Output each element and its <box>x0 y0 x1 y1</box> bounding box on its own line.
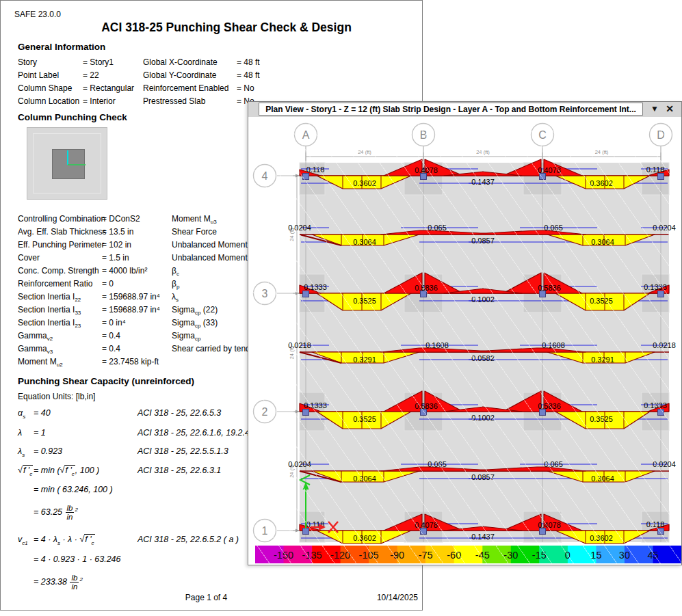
property-value: = 13.5 in <box>102 226 172 239</box>
page-number: Page 1 of 4 <box>146 593 266 602</box>
legend-value-label: -90 <box>390 550 404 561</box>
support-node <box>658 174 664 180</box>
rebar-intensity-value: 0.0204 <box>653 460 676 468</box>
window-menu-button[interactable]: ▼ <box>648 103 661 115</box>
column-punching-diagram <box>27 127 107 200</box>
legend-value-label: -45 <box>475 550 490 561</box>
property-cell: = Interior <box>83 95 143 108</box>
legend-value-label: -120 <box>330 550 350 561</box>
rebar-intensity-value: 0.5836 <box>538 402 561 410</box>
grid-bubble-label: 2 <box>262 406 268 418</box>
property-cell: Column Location <box>18 95 83 108</box>
rebar-intensity-value: 0.118 <box>306 165 325 174</box>
property-cell: = 48 ft <box>237 56 260 69</box>
rebar-intensity-value: 0.118 <box>646 165 665 174</box>
rebar-intensity-value: 0.3525 <box>353 297 376 305</box>
rebar-intensity-value: 0.0204 <box>653 224 676 232</box>
rebar-intensity-value: 0.3064 <box>591 238 614 246</box>
rebar-intensity-value: 0.4078 <box>538 521 561 529</box>
grid-bubble-label: 4 <box>262 170 268 182</box>
property-cell: = No <box>237 82 260 95</box>
support-node <box>658 528 664 535</box>
property-cell: Prestressed Slab <box>143 95 237 108</box>
punching-check-heading: Column Punching Check <box>18 112 127 122</box>
legend-value-label: -105 <box>359 550 379 561</box>
rebar-intensity-value: 0.1333 <box>644 283 667 291</box>
span-dimension-label: 24 (ft) <box>476 149 490 155</box>
report-date: 10/14/2025 <box>343 593 418 602</box>
rebar-intensity-value: 0.3291 <box>353 356 376 364</box>
rebar-intensity-value: 0.4078 <box>538 166 561 174</box>
rebar-intensity-value: 0.3525 <box>590 297 613 305</box>
rebar-intensity-value: 0.3602 <box>590 179 613 187</box>
property-row: Column Location= InteriorPrestressed Sla… <box>18 95 260 108</box>
property-cell: Global X-Coordinate <box>143 56 237 69</box>
rebar-intensity-value: 0.3602 <box>353 179 376 187</box>
equation-units-note: Equation Units: [lb,in] <box>18 392 95 401</box>
support-node <box>303 291 309 297</box>
support-node <box>303 410 309 416</box>
grid-bubble-label: A <box>302 129 310 141</box>
rebar-intensity-value: 0.5836 <box>415 402 438 410</box>
rebar-intensity-value: 0.1437 <box>471 533 495 541</box>
axis-2-icon <box>67 150 68 165</box>
legend-value-label: -30 <box>503 550 518 561</box>
property-row: Story= Story1Global X-Coordinate= 48 ft <box>18 56 260 69</box>
axis-3-icon <box>68 164 86 165</box>
legend-value-label: -60 <box>447 550 461 561</box>
rebar-intensity-value: 0.3064 <box>591 474 614 483</box>
rebar-intensity-value: 0.3064 <box>353 474 376 483</box>
grid-bubble-label: D <box>657 129 665 141</box>
rebar-intensity-value: 0.1333 <box>304 283 327 291</box>
property-value: = 23.7458 kip-ft <box>102 356 172 369</box>
grid-bubble-label: B <box>420 129 428 141</box>
property-cell: = Story1 <box>83 56 143 69</box>
property-label: Eff. Punching Perimeter <box>18 239 102 252</box>
rebar-intensity-value: 0.4078 <box>415 521 438 529</box>
plan-window-titlebar[interactable]: Plan View - Story1 - Z = 12 (ft) Slab St… <box>248 102 681 118</box>
property-value: = 102 in <box>102 239 172 252</box>
rebar-intensity-value: 0.5836 <box>538 284 561 292</box>
rebar-intensity-value: 0.1002 <box>471 414 495 422</box>
grid-bubble-label: 1 <box>262 525 268 537</box>
page-title: ACI 318-25 Punching Shear Check & Design <box>42 21 411 35</box>
plan-view-canvas[interactable]: 24 (ft)24 (ft)24 (ft)24 (ft)24 (ft)24 (f… <box>248 117 681 565</box>
rebar-intensity-value: 0.0204 <box>288 460 311 468</box>
property-label: Avg. Eff. Slab Thickness <box>18 226 102 239</box>
close-icon[interactable]: ✕ <box>664 103 676 115</box>
rebar-intensity-value: 0.3525 <box>590 415 613 423</box>
legend-value-label: 0 <box>565 550 570 561</box>
rebar-intensity-value: 0.065 <box>544 224 563 232</box>
property-cell: Story <box>18 56 83 69</box>
rebar-intensity-value: 0.3064 <box>353 238 376 246</box>
span-dimension-label: 24 (ft) <box>595 149 609 155</box>
rebar-intensity-value: 0.1437 <box>471 178 495 186</box>
rebar-intensity-value: 0.5836 <box>415 284 438 292</box>
legend-value-label: -75 <box>419 550 433 561</box>
rebar-intensity-value: 0.1608 <box>542 341 565 349</box>
rebar-intensity-value: 0.1333 <box>644 401 667 410</box>
support-node <box>658 410 664 416</box>
rebar-intensity-value: 0.3602 <box>353 534 376 542</box>
rebar-intensity-value: 0.065 <box>544 460 563 468</box>
rebar-intensity-value: 0.0218 <box>288 341 311 349</box>
support-node <box>303 528 309 535</box>
property-cell: = 48 ft <box>237 69 260 82</box>
property-row: Column Shape= RectangularReinforcement E… <box>18 82 260 95</box>
legend-value-label: 30 <box>619 550 630 561</box>
rebar-intensity-value: 0.3602 <box>590 534 613 542</box>
property-cell: = 22 <box>83 69 143 82</box>
rebar-intensity-value: 0.3525 <box>353 415 376 423</box>
rebar-intensity-value: 0.065 <box>428 224 447 232</box>
property-value: = 1.5 in <box>102 252 172 265</box>
rebar-intensity-value: 0.118 <box>646 520 665 528</box>
support-node <box>303 174 309 180</box>
property-cell: Global Y-Coordinate <box>143 69 237 82</box>
property-label: Cover <box>18 252 102 265</box>
leader-arrow <box>296 410 300 414</box>
rebar-intensity-value: 0.0204 <box>288 224 311 232</box>
leader-arrow <box>296 174 300 178</box>
support-node <box>658 291 664 297</box>
rebar-intensity-value: 0.4078 <box>415 166 438 174</box>
rebar-intensity-value: 0.1608 <box>425 341 449 349</box>
